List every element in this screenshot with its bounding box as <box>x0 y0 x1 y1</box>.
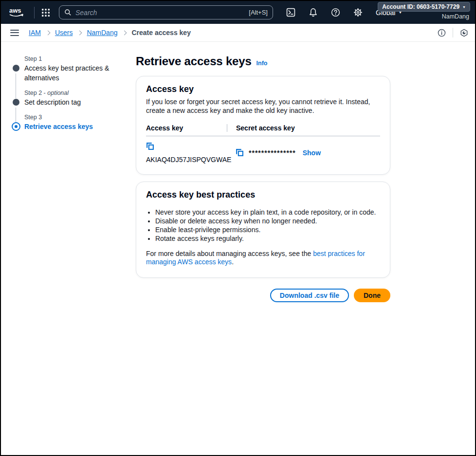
list-item: Rotate access keys regularly. <box>155 234 380 243</box>
step-completed-icon <box>13 65 19 72</box>
breadcrumb-link-user[interactable]: NamDang <box>87 29 117 36</box>
step-label: Step 2 - optional <box>24 89 118 97</box>
step-completed-icon <box>13 99 19 106</box>
global-search-box[interactable]: [Alt+S] <box>59 5 273 19</box>
app-grid-icon[interactable] <box>41 8 50 17</box>
secret-key-masked-value: *************** <box>249 149 296 157</box>
wizard-step-2[interactable]: Step 2 - optional Set description tag <box>13 89 118 107</box>
column-header-access-key: Access key <box>146 124 227 132</box>
caret-down-icon: ▼ <box>462 5 466 9</box>
table-row: AKIAQ4DJ57JISPQVGWAE *************** Sho… <box>146 136 380 164</box>
icon-divider <box>453 28 453 37</box>
aws-logo-icon[interactable]: aws <box>8 6 26 19</box>
copy-icon[interactable] <box>236 148 244 157</box>
list-item: Enable least-privilege permissions. <box>155 225 380 234</box>
access-key-value: AKIAQ4DJ57JISPQVGWAE <box>146 156 227 164</box>
main-content: Retrieve access keys Info Access key If … <box>136 42 390 302</box>
breadcrumb: IAM Users NamDang Create access key <box>29 29 191 36</box>
svg-text:aws: aws <box>9 7 21 14</box>
chevron-right-icon <box>77 31 82 36</box>
account-menu[interactable]: Account ID: 0603-5170-7729 ▼ <box>378 2 470 12</box>
step-title: Access key best practices & alternatives <box>24 63 118 83</box>
help-icon[interactable] <box>331 8 340 17</box>
access-key-table: Access key Secret access key AKIAQ4DJ57J… <box>146 124 380 164</box>
topbar-divider <box>34 7 35 18</box>
breadcrumb-bar: IAM Users NamDang Create access key <box>1 24 475 42</box>
step-label: Step 1 <box>24 55 118 63</box>
wizard-step-1[interactable]: Step 1 Access key best practices & alter… <box>13 55 118 83</box>
best-practices-card-title: Access key best practices <box>146 190 380 200</box>
breadcrumb-current: Create access key <box>131 29 190 36</box>
best-practices-footer: For more details about managing access k… <box>146 250 380 267</box>
search-shortcut-hint: [Alt+S] <box>249 9 268 16</box>
hexagon-status-icon[interactable] <box>460 29 468 37</box>
username-label: NamDang <box>442 13 469 20</box>
action-buttons: Download .csv file Done <box>136 289 390 302</box>
cloudshell-icon[interactable] <box>286 8 295 17</box>
info-link[interactable]: Info <box>256 60 268 67</box>
chevron-right-icon <box>45 31 50 36</box>
done-button[interactable]: Done <box>354 289 390 302</box>
info-circle-icon[interactable] <box>438 29 446 37</box>
wizard-steps-sidebar: Step 1 Access key best practices & alter… <box>1 42 136 137</box>
list-item: Never store your access key in plain tex… <box>155 208 380 217</box>
breadcrumb-link-iam[interactable]: IAM <box>29 29 41 36</box>
aws-console-page: aws [Alt+S] <box>0 0 476 456</box>
list-item: Disable or delete access key when no lon… <box>155 217 380 225</box>
breadcrumb-link-users[interactable]: Users <box>55 29 73 36</box>
download-csv-button[interactable]: Download .csv file <box>270 289 349 302</box>
access-key-card-description: If you lose or forget your secret access… <box>146 97 380 115</box>
step-active-radio-icon <box>12 122 20 131</box>
step-title: Set description tag <box>24 97 118 107</box>
best-practices-card: Access key best practices Never store yo… <box>136 182 390 278</box>
settings-gear-icon[interactable] <box>353 8 363 17</box>
access-key-card-title: Access key <box>146 84 380 94</box>
copy-icon[interactable] <box>146 142 154 150</box>
step-title: Retrieve access keys <box>24 122 118 131</box>
optional-label: optional <box>47 90 69 96</box>
wizard-step-3[interactable]: Step 3 Retrieve access keys <box>13 113 118 131</box>
page-title: Retrieve access keys <box>136 55 252 68</box>
access-key-card: Access key If you lose or forget your se… <box>136 76 390 175</box>
search-icon <box>64 9 72 16</box>
chevron-right-icon <box>122 31 127 36</box>
top-navigation-bar: aws [Alt+S] <box>1 1 475 24</box>
show-secret-link[interactable]: Show <box>303 149 321 157</box>
account-id-label: Account ID: 0603-5170-7729 <box>382 3 459 10</box>
best-practices-list: Never store your access key in plain tex… <box>155 208 380 243</box>
column-header-secret-access-key: Secret access key <box>227 124 380 132</box>
search-input[interactable] <box>75 9 245 17</box>
notifications-bell-icon[interactable] <box>309 8 318 17</box>
hamburger-menu-icon[interactable] <box>10 30 19 36</box>
step-label: Step 3 <box>24 113 118 122</box>
